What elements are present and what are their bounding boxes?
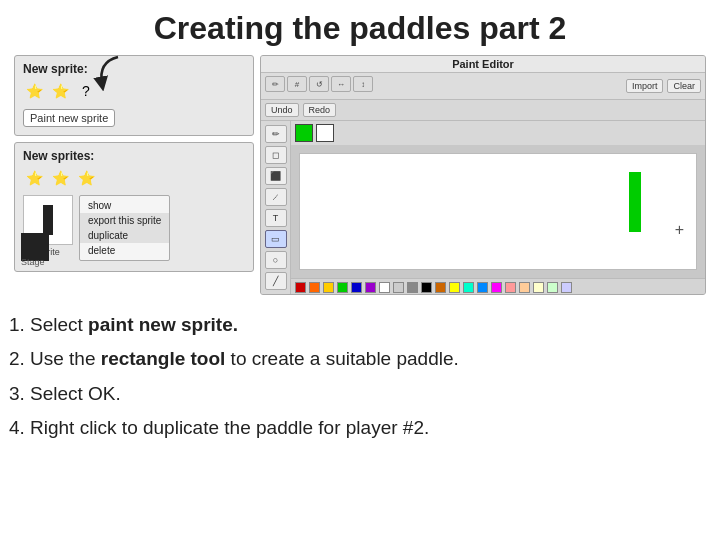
sprite-icons-row-2: ⭐ ⭐ ⭐ [23,167,245,189]
star2-icon[interactable]: ⭐ [49,80,71,102]
color-swatch[interactable] [477,282,488,293]
undo-redo-bar: Undo Redo [261,100,705,121]
redo-button[interactable]: Redo [303,103,337,117]
clear-button[interactable]: Clear [667,79,701,93]
paint-editor-body: ✏ ◻ ⬛ ⟋ T ▭ ○ ╱ + [261,121,705,295]
star-icon-2[interactable]: ⭐ [49,167,71,189]
instruction-item: Use the rectangle tool to create a suita… [30,343,690,375]
sprite-thumb-inner [43,205,53,235]
ellipse-tool[interactable]: ○ [265,251,287,269]
foreground-color-box[interactable] [295,124,313,142]
sprite-context-box: New sprites: ⭐ ⭐ ⭐ Sprite show export th… [14,142,254,272]
new-sprite-top-box: New sprite: ⭐ ⭐ ? Paint new sprite [14,55,254,136]
paint-canvas[interactable]: + [291,145,705,278]
color-swatch[interactable] [365,282,376,293]
stage-label: Stage [21,257,45,267]
color-palette-row [291,278,705,295]
color-swatch[interactable] [309,282,320,293]
new-sprite-label-2: New sprites: [23,149,245,163]
context-menu-delete[interactable]: delete [80,243,169,258]
instruction-item: Select paint new sprite. [30,309,690,341]
fill-tool[interactable]: ⬛ [265,167,287,185]
star-icon-3[interactable]: ⭐ [75,167,97,189]
color-swatch[interactable] [421,282,432,293]
line-tool[interactable]: ╱ [265,272,287,290]
color-swatch[interactable] [323,282,334,293]
context-menu: show export this sprite duplicate delete [79,195,170,261]
text-tool[interactable]: T [265,209,287,227]
toolbar-icons-row: ✏ # ↺ ↔ ↕ [265,76,373,92]
sprite-thumb-area: Sprite show export this sprite duplicate… [23,195,245,261]
rectangle-tool[interactable]: ▭ [265,230,287,248]
rotate-icon[interactable]: ↺ [309,76,329,92]
color-swatch[interactable] [505,282,516,293]
pencil-icon[interactable]: ✏ [265,76,285,92]
left-panel: New sprite: ⭐ ⭐ ? Paint new sprite New s… [14,55,254,295]
color-swatch[interactable] [337,282,348,293]
eraser-tool[interactable]: ◻ [265,146,287,164]
background-color-box[interactable] [316,124,334,142]
context-menu-show[interactable]: show [80,198,169,213]
color-swatch[interactable] [533,282,544,293]
import-button[interactable]: Import [626,79,664,93]
instructions-list: Select paint new sprite.Use the rectangl… [0,295,720,444]
color-swatch[interactable] [463,282,474,293]
instruction-item: Right click to duplicate the paddle for … [30,412,690,444]
color-swatch[interactable] [379,282,390,293]
context-menu-duplicate[interactable]: duplicate [80,228,169,243]
color-swatch[interactable] [351,282,362,293]
color-swatch[interactable] [547,282,558,293]
paint-editor-panel: Paint Editor ✏ # ↺ ↔ ↕ Import Clear Undo… [260,55,706,295]
sprite-icons-row: ⭐ ⭐ ? [23,80,245,102]
instruction-item: Select OK. [30,378,690,410]
paint-star-icon[interactable]: ⭐ [23,80,45,102]
flip-v-icon[interactable]: ↕ [353,76,373,92]
color-selector-bar [291,121,705,145]
grid-icon[interactable]: # [287,76,307,92]
green-paddle-shape [629,172,641,232]
color-swatch[interactable] [519,282,530,293]
paint-top-bar: ✏ # ↺ ↔ ↕ Import Clear [261,73,705,100]
undo-button[interactable]: Undo [265,103,299,117]
paint-editor-title: Paint Editor [261,56,705,73]
color-swatch[interactable] [561,282,572,293]
star-icon-1[interactable]: ⭐ [23,167,45,189]
color-swatch[interactable] [491,282,502,293]
color-swatch[interactable] [449,282,460,293]
color-swatch[interactable] [407,282,418,293]
color-swatch[interactable] [295,282,306,293]
paint-tools-sidebar: ✏ ◻ ⬛ ⟋ T ▭ ○ ╱ [261,121,291,295]
page-title: Creating the paddles part 2 [0,0,720,55]
new-sprite-label: New sprite: [23,62,245,76]
plus-sign: + [675,221,684,239]
color-swatch[interactable] [393,282,404,293]
select-tool[interactable]: ⟋ [265,188,287,206]
context-menu-export[interactable]: export this sprite [80,213,169,228]
color-swatch[interactable] [435,282,446,293]
paint-new-sprite-button[interactable]: Paint new sprite [23,109,115,127]
canvas-white-area[interactable]: + [299,153,697,270]
flip-h-icon[interactable]: ↔ [331,76,351,92]
pencil-tool[interactable]: ✏ [265,125,287,143]
paint-main-area: + Set costume center OK Cancel [291,121,705,295]
arrow-indicator [88,52,128,92]
